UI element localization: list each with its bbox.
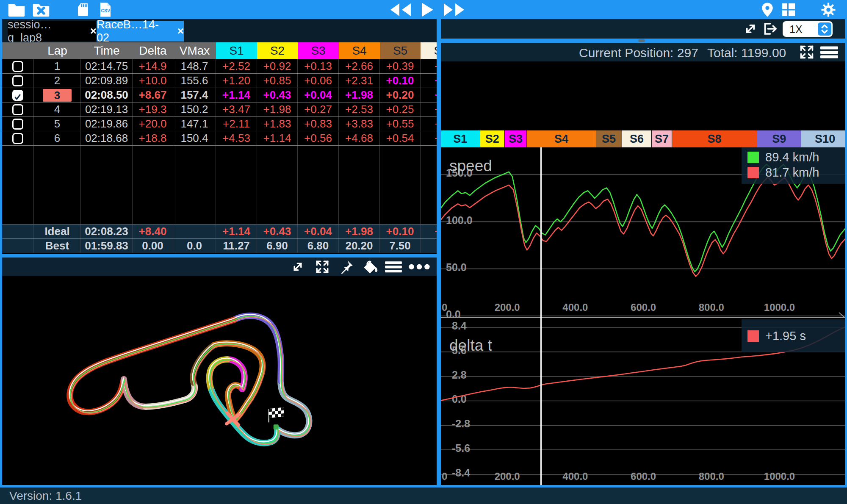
segment-s3[interactable]: S3: [505, 130, 527, 147]
vertical-divider[interactable]: [437, 19, 441, 487]
sector-value: +0.20: [380, 88, 421, 102]
delta-chart[interactable]: 8.45.62.80.0-2.8-5.6-8.40200.0400.0600.0…: [441, 318, 845, 486]
diagonal-expand-icon[interactable]: [290, 260, 305, 274]
track-map[interactable]: [2, 276, 438, 485]
summary-sector-value: +0.04: [298, 224, 339, 238]
sd-card-icon[interactable]: [75, 2, 91, 17]
column-header[interactable]: [2, 42, 34, 59]
play-icon[interactable]: [418, 2, 435, 17]
sector-value: +3.47: [216, 102, 257, 116]
column-header-s6[interactable]: S6: [421, 42, 439, 59]
menu-icon[interactable]: [819, 44, 839, 60]
table-row[interactable]: 402:19.13+19.3150.2+3.47+1.98+0.27+2.53+…: [2, 102, 439, 117]
segment-s4[interactable]: S4: [527, 130, 595, 147]
rewind-icon[interactable]: [389, 2, 412, 17]
panel-divider[interactable]: [0, 254, 441, 258]
settings-gear-icon[interactable]: [819, 2, 838, 17]
column-header-s1[interactable]: S1: [216, 42, 257, 59]
segment-s7[interactable]: S7: [652, 130, 672, 147]
summary-sector-value: +0.10: [380, 224, 421, 238]
speed-chart[interactable]: 150.0100.050.00.00200.0400.0600.0800.010…: [441, 147, 845, 318]
column-header-delta[interactable]: Delta: [133, 42, 173, 59]
more-dots-icon[interactable]: [407, 260, 432, 274]
location-pin-icon[interactable]: [759, 2, 775, 17]
layout-grid-icon[interactable]: [779, 2, 798, 17]
menu-icon[interactable]: [383, 260, 404, 274]
svg-text:0.0: 0.0: [446, 308, 461, 318]
segment-s9[interactable]: S9: [757, 130, 801, 147]
paint-bucket-icon[interactable]: [362, 260, 379, 274]
table-empty-area: [2, 146, 439, 224]
summary-sector-value: 6.80: [298, 239, 339, 253]
fullscreen-icon[interactable]: [315, 260, 330, 274]
lap-checkbox[interactable]: [12, 61, 23, 72]
column-header-s3[interactable]: S3: [298, 42, 339, 59]
table-row[interactable]: 502:19.86+20.0147.1+2.11+1.83+0.83+3.83+…: [2, 117, 439, 131]
lap-checkbox[interactable]: [12, 104, 23, 115]
svg-text:delta t: delta t: [449, 337, 493, 354]
tab-racebox[interactable]: RaceB…14-02 ×: [97, 21, 184, 42]
segment-s8[interactable]: S8: [672, 130, 757, 147]
tab-label: sessio…g_lap8: [8, 19, 84, 44]
lap-delta: +8.67: [133, 88, 173, 102]
lap-checkbox[interactable]: [12, 133, 23, 144]
lap-time: 02:19.13: [81, 102, 133, 116]
svg-text:1000.0: 1000.0: [764, 302, 795, 313]
column-header-vmax[interactable]: VMax: [173, 42, 216, 59]
svg-text:800.0: 800.0: [699, 471, 724, 482]
sector-value: +1.83: [257, 117, 298, 131]
svg-text:-5.6: -5.6: [452, 442, 470, 454]
segment-s5[interactable]: S5: [596, 130, 622, 147]
divider-handle[interactable]: [638, 39, 645, 42]
fullscreen-icon[interactable]: [799, 44, 815, 60]
column-header-time[interactable]: Time: [81, 42, 133, 59]
segment-s1[interactable]: S1: [441, 130, 480, 147]
summary-sector-value: 11.27: [216, 239, 257, 253]
column-header-s4[interactable]: S4: [339, 42, 380, 59]
csv-export-icon[interactable]: CSV: [97, 2, 113, 17]
column-header-lap[interactable]: Lap: [34, 42, 81, 59]
top-toolbar: CSV: [0, 0, 847, 19]
close-file-icon[interactable]: [32, 2, 50, 17]
lap-checkbox[interactable]: [12, 90, 23, 101]
lap-checkbox[interactable]: [12, 119, 23, 130]
tab-close-icon[interactable]: ×: [177, 25, 184, 38]
status-bar: Version: 1.6.1: [0, 487, 847, 504]
track-map-toolbar: [2, 258, 439, 276]
segment-s10[interactable]: S10: [801, 130, 847, 147]
svg-text:100.0: 100.0: [446, 214, 473, 226]
chart-cursor[interactable]: [540, 147, 542, 485]
open-folder-icon[interactable]: [8, 2, 25, 17]
lap-checkbox[interactable]: [12, 75, 23, 86]
lap-time: 02:18.68: [81, 131, 133, 145]
tab-session-log[interactable]: sessio…g_lap8 ×: [8, 21, 97, 42]
sector-value: +0.92: [257, 59, 298, 73]
summary-sector-value: +0.43: [257, 224, 298, 238]
sector-value: +0.55: [380, 117, 421, 131]
sector-value: +2.66: [339, 59, 380, 73]
sector-value: +0: [421, 88, 439, 102]
table-row[interactable]: 202:09.89+10.0155.6+1.20+0.85+0.06+2.31+…: [2, 74, 439, 88]
sector-value: +4.53: [216, 131, 257, 145]
table-row[interactable]: 102:14.75+14.9148.7+2.52+0.92+0.13+2.66+…: [2, 59, 439, 74]
svg-text:81.7 km/h: 81.7 km/h: [765, 166, 819, 179]
tab-label: RaceB…14-02: [97, 19, 172, 44]
table-row[interactable]: 302:08.50+8.67157.4+1.14+0.43+0.04+1.98+…: [2, 88, 439, 102]
table-row[interactable]: 602:18.68+18.8150.4+4.53+1.14+0.56+4.68+…: [2, 131, 439, 146]
column-header-s5[interactable]: S5: [380, 42, 421, 59]
segment-s2[interactable]: S2: [480, 130, 504, 147]
export-icon[interactable]: [761, 21, 778, 36]
tab-close-icon[interactable]: ×: [90, 25, 97, 38]
sector-value: +0.54: [380, 131, 421, 145]
column-header-s2[interactable]: S2: [257, 42, 298, 59]
diagonal-expand-icon[interactable]: [742, 21, 758, 36]
lap-number: 5: [54, 117, 60, 130]
sector-value: +0.04: [298, 88, 339, 102]
segment-s6[interactable]: S6: [622, 130, 652, 147]
sector-value: +0.56: [298, 131, 339, 145]
segment-bar: S1S2S3S4S5S6S7S8S9S10: [441, 130, 845, 147]
fast-forward-icon[interactable]: [442, 2, 466, 17]
zoom-select[interactable]: 1X: [783, 21, 833, 37]
stepper-icon[interactable]: [818, 22, 831, 36]
pushpin-icon[interactable]: [339, 260, 354, 274]
